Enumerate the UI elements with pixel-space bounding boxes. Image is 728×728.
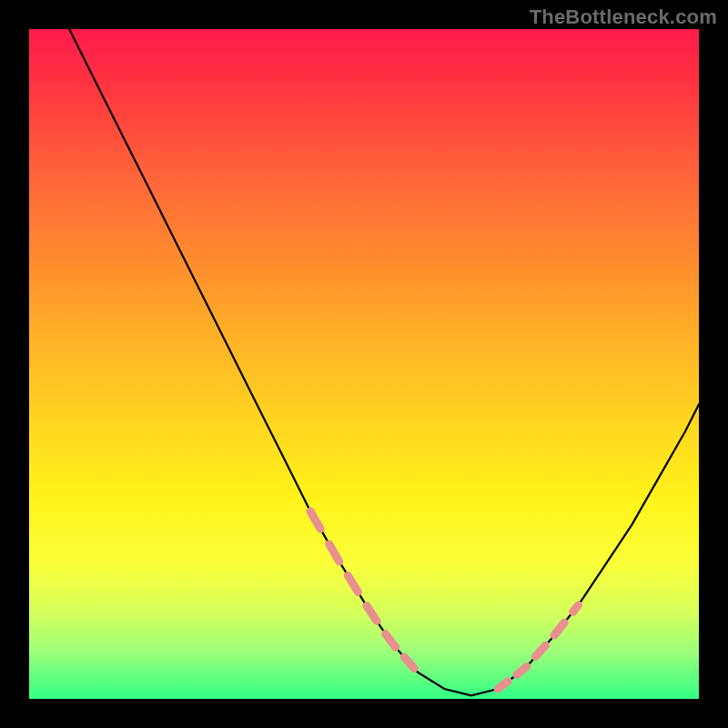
plot-area (29, 29, 699, 699)
svg-line-8 (535, 645, 545, 656)
svg-line-10 (573, 605, 579, 612)
chart-frame: TheBottleneck.com (0, 0, 728, 728)
bottleneck-curve (69, 29, 699, 695)
svg-line-5 (404, 657, 414, 668)
watermark-text: TheBottleneck.com (530, 5, 717, 29)
svg-line-7 (517, 666, 527, 674)
svg-line-9 (554, 622, 564, 635)
highlight-right (498, 605, 578, 689)
svg-line-4 (386, 634, 396, 648)
curve-svg (29, 29, 699, 699)
svg-line-2 (348, 576, 358, 592)
svg-line-0 (310, 511, 320, 529)
highlight-left (310, 511, 414, 669)
svg-line-1 (329, 544, 339, 561)
svg-line-6 (498, 682, 508, 689)
svg-line-3 (367, 606, 377, 622)
